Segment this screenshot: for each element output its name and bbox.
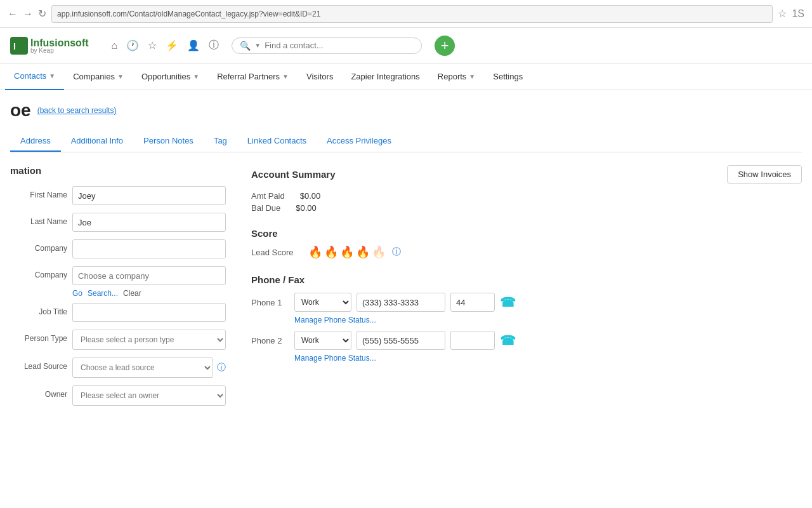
logo-text: Infusionsoft [30,37,89,48]
phone1-label: Phone 1 [251,298,289,307]
tab-tag[interactable]: Tag [204,131,237,152]
account-summary: Account Summary Show Invoices Amt Paid $… [251,165,802,213]
tab-person-notes[interactable]: Person Notes [133,131,204,152]
show-invoices-button[interactable]: Show Invoices [727,165,802,184]
bookmark-icon[interactable]: ☆ [778,8,787,20]
search-input[interactable] [265,41,414,50]
url-bar[interactable] [51,5,773,23]
score-help-icon[interactable]: ⓘ [392,246,401,258]
owner-label: Owner [10,385,67,399]
first-name-label: First Name [10,186,67,199]
flame-1: 🔥 [308,245,322,259]
first-name-input[interactable] [72,186,226,205]
company-label-2: Company [10,266,67,279]
first-name-row: First Name [10,186,226,205]
search-icon: 🔍 [240,41,251,51]
person-type-label: Person Type [10,330,67,343]
tab-access-privileges[interactable]: Access Privileges [317,131,402,152]
amt-paid-label: Amt Paid [251,191,285,201]
lightning-icon[interactable]: ⚡ [166,39,178,51]
nav-item-reports[interactable]: Reports ▼ [429,64,484,90]
page-content: oe (back to search results) Address Addi… [0,90,812,424]
forward-icon[interactable]: → [23,8,33,20]
amt-paid-value: $0.00 [300,191,321,201]
nav-item-referral-partners[interactable]: Referral Partners ▼ [208,64,298,90]
company-chooser-input[interactable] [72,266,226,285]
svg-text:I: I [13,41,16,51]
nav-item-zapier[interactable]: Zapier Integrations [342,64,428,90]
nav-item-visitors[interactable]: Visitors [298,64,342,90]
company-text-row: Company [10,239,226,258]
company-label-1: Company [10,239,67,253]
nav-item-contacts[interactable]: Contacts ▼ [5,64,64,90]
phone2-number-input[interactable] [357,331,445,350]
refresh-icon[interactable]: ↻ [38,8,46,20]
nav-item-settings[interactable]: Settings [484,64,532,90]
account-details: Amt Paid $0.00 Bal Due $0.00 [251,191,802,213]
flame-2: 🔥 [324,245,338,259]
job-title-input[interactable] [72,303,226,322]
add-button[interactable]: + [435,36,455,56]
phone1-ext-input[interactable] [450,293,495,312]
user-icon[interactable]: 👤 [187,39,200,51]
amt-paid-row: Amt Paid $0.00 [251,191,802,201]
search-dropdown-arrow[interactable]: ▼ [254,42,261,49]
job-title-label: Job Title [10,303,67,316]
nav-bar: Contacts ▼ Companies ▼ Opportunities ▼ R… [0,64,812,90]
nav-label-opportunities: Opportunities [141,72,190,81]
bal-due-value: $0.00 [296,203,317,213]
company-go-link[interactable]: Go [72,289,82,298]
page-title-area: oe (back to search results) [10,100,802,121]
tab-linked-contacts[interactable]: Linked Contacts [237,131,317,152]
star-icon[interactable]: ☆ [148,39,157,51]
tab-additional-info[interactable]: Additional Info [61,131,133,152]
tabs: Address Additional Info Person Notes Tag… [10,131,802,152]
lead-source-help-icon[interactable]: ⓘ [217,362,226,373]
last-name-input[interactable] [72,213,226,232]
logo[interactable]: I Infusionsoft by Keap [10,37,89,55]
lead-source-select[interactable]: Choose a lead source [72,358,213,378]
back-icon[interactable]: ← [8,8,18,20]
phone1-number-input[interactable] [357,293,445,312]
lead-source-label: Lead Source [10,358,67,371]
company-text-input[interactable] [72,239,226,258]
phone2-ext-input[interactable] [450,331,495,350]
home-icon[interactable]: ⌂ [112,40,118,51]
lead-source-row: Lead Source Choose a lead source ⓘ [10,358,226,378]
flame-5: 🔥 [372,245,386,259]
phone1-type-select[interactable]: Work Home Mobile Fax Other [294,293,351,312]
phone1-manage-link[interactable]: Manage Phone Status... [294,316,802,324]
nav-item-companies[interactable]: Companies ▼ [64,64,133,90]
phone2-type-select[interactable]: Work Home Mobile Fax Other [294,331,351,350]
right-panel: Account Summary Show Invoices Amt Paid $… [251,165,802,413]
nav-arrow-reports: ▼ [469,73,475,80]
account-icon[interactable]: 1S [792,8,804,20]
company-search-link[interactable]: Search... [88,289,118,298]
header-icons: ⌂ 🕐 ☆ ⚡ 👤 ⓘ [112,39,219,52]
phone2-action-icon[interactable]: ☎ [500,333,516,348]
person-type-row: Person Type Please select a person type [10,330,226,350]
help-icon[interactable]: ⓘ [209,39,219,52]
phone2-manage-link[interactable]: Manage Phone Status... [294,354,802,363]
left-panel: mation First Name Last Name Company Comp… [10,165,226,413]
back-link[interactable]: (back to search results) [37,106,117,115]
last-name-row: Last Name [10,213,226,232]
score-title: Score [251,228,802,239]
person-type-select[interactable]: Please select a person type [72,330,226,350]
nav-label-settings: Settings [493,72,523,81]
company-clear-link[interactable]: Clear [123,289,141,298]
account-summary-title: Account Summary [251,169,336,180]
nav-item-opportunities[interactable]: Opportunities ▼ [133,64,208,90]
phone2-row: Phone 2 Work Home Mobile Fax Other ☎ [251,331,802,350]
app-header: I Infusionsoft by Keap ⌂ 🕐 ☆ ⚡ 👤 ⓘ 🔍 ▼ + [0,28,812,64]
flame-4: 🔥 [356,245,370,259]
company-chooser-row: Company [10,266,226,285]
phone1-action-icon[interactable]: ☎ [500,295,516,310]
clock-icon[interactable]: 🕐 [126,39,139,51]
tab-address[interactable]: Address [10,131,61,152]
lead-source-container: Choose a lead source ⓘ [72,358,226,378]
nav-label-zapier: Zapier Integrations [351,72,419,81]
flame-icons: 🔥 🔥 🔥 🔥 🔥 [308,245,386,259]
owner-select[interactable]: Please select an owner [72,385,226,406]
lead-score-label: Lead Score [251,248,302,257]
